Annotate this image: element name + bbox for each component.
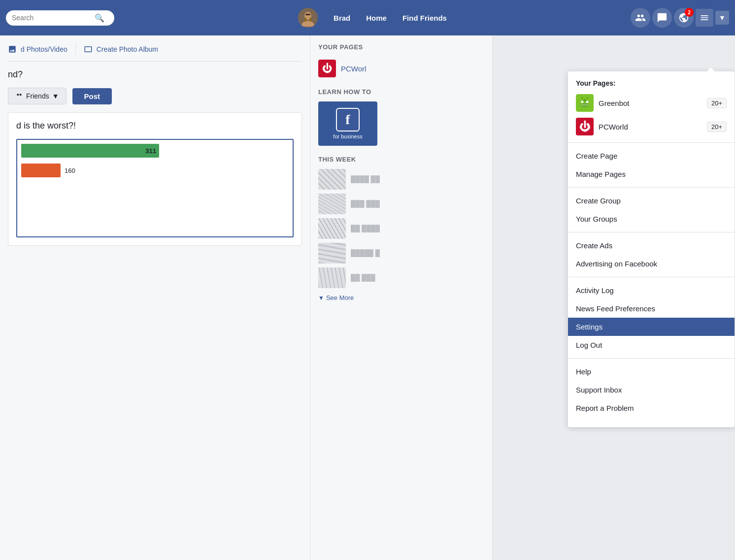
- pcworld-icon: ⏻: [576, 118, 594, 135]
- dropdown-logout[interactable]: Log Out: [568, 336, 735, 354]
- left-panel: d Photos/Video Create Photo Album nd? Fr…: [0, 35, 310, 560]
- week-item-5[interactable]: ██ ███: [318, 267, 484, 288]
- navbar: 🔍 Brad Home Find Friends: [0, 0, 735, 35]
- dropdown-settings-section: Activity Log News Feed Preferences Setti…: [568, 277, 735, 358]
- learn-section: Learn How to f for business: [318, 88, 484, 146]
- facebook-f-logo: f: [336, 108, 360, 132]
- svg-point-12: [587, 98, 588, 99]
- avatar[interactable]: [298, 8, 318, 28]
- dropdown-news-feed[interactable]: News Feed Preferences: [568, 299, 735, 318]
- week-thumb-4: [318, 243, 346, 264]
- dropdown-greenbot-item[interactable]: Greenbot 20+: [568, 91, 735, 115]
- friends-icon-btn[interactable]: [631, 8, 650, 28]
- dropdown-arrow-btn[interactable]: ▼: [715, 11, 729, 25]
- dropdown-help[interactable]: Help: [568, 362, 735, 381]
- dropdown-your-groups[interactable]: Your Groups: [568, 210, 735, 228]
- svg-point-11: [582, 98, 583, 99]
- dropdown-create-ads[interactable]: Create Ads: [568, 236, 735, 255]
- bar-green: 311: [21, 144, 159, 158]
- dropdown-menu: Your Pages: Greenbot 20+: [568, 71, 735, 428]
- main-content: d Photos/Video Create Photo Album nd? Fr…: [0, 35, 735, 560]
- dropdown-report-problem[interactable]: Report a Problem: [568, 399, 735, 417]
- svg-rect-10: [581, 103, 589, 106]
- post-card: d is the worst?! 311 160: [8, 112, 302, 246]
- week-thumb-1: [318, 169, 346, 190]
- svg-rect-4: [309, 18, 311, 22]
- chart-bar-row-1: 311: [21, 144, 289, 158]
- dropdown-pages-header: Your Pages:: [568, 77, 735, 91]
- svg-text:⏻: ⏻: [579, 120, 590, 133]
- bar-value-1: 311: [145, 147, 156, 155]
- svg-rect-5: [305, 14, 310, 15]
- week-thumb-5: [318, 267, 346, 288]
- week-thumb-3: [318, 218, 346, 239]
- week-item-3[interactable]: ██ ████: [318, 218, 484, 239]
- learn-section-title: Learn How to: [318, 88, 484, 96]
- pcworld-page-name: PCWorl: [341, 65, 366, 73]
- dropdown-pcworld-badge: 20+: [707, 122, 727, 132]
- dropdown-greenbot-name: Greenbot: [599, 99, 702, 107]
- week-text-2: ███ ███: [351, 200, 380, 208]
- dropdown-ads-section: Create Ads Advertising on Facebook: [568, 232, 735, 277]
- week-text-4: █████ █: [351, 249, 380, 258]
- week-thumb-2: [318, 194, 346, 214]
- page-item-pcworld[interactable]: ⏻ PCWorl: [318, 57, 484, 80]
- week-text-1: ████ ██: [351, 175, 380, 184]
- dropdown-advertising[interactable]: Advertising on Facebook: [568, 255, 735, 273]
- pages-section-title: YOUR PAGES: [318, 43, 484, 51]
- add-photos-item[interactable]: d Photos/Video: [8, 45, 67, 54]
- greenbot-icon: [576, 94, 594, 112]
- svg-rect-3: [304, 18, 306, 22]
- dropdown-create-page[interactable]: Create Page: [568, 147, 735, 165]
- post-question: nd?: [8, 69, 302, 80]
- week-text-5: ██ ███: [351, 274, 375, 282]
- nav-center: Brad Home Find Friends: [114, 8, 631, 28]
- create-album-item[interactable]: Create Photo Album: [84, 45, 158, 54]
- dropdown-activity-log[interactable]: Activity Log: [568, 281, 735, 299]
- dropdown-pcworld-item[interactable]: ⏻ PCWorld 20+: [568, 115, 735, 138]
- dropdown-greenbot-badge: 20+: [707, 98, 727, 108]
- week-item-1[interactable]: ████ ██: [318, 169, 484, 190]
- dropdown-manage-pages[interactable]: Manage Pages: [568, 165, 735, 183]
- action-bar-divider: [75, 43, 76, 55]
- dropdown-help-section: Help Support Inbox Report a Problem: [568, 358, 735, 421]
- fb-business-card[interactable]: f for business: [318, 101, 377, 146]
- dropdown-settings[interactable]: Settings: [568, 318, 735, 336]
- search-input[interactable]: [12, 14, 91, 22]
- svg-point-7: [581, 101, 584, 103]
- dropdown-support-inbox[interactable]: Support Inbox: [568, 381, 735, 399]
- dropdown-create-group[interactable]: Create Group: [568, 192, 735, 210]
- messages-icon-btn[interactable]: [652, 8, 672, 28]
- add-photos-label: d Photos/Video: [21, 45, 67, 53]
- this-week-title: This Week: [318, 156, 484, 163]
- week-item-4[interactable]: █████ █: [318, 243, 484, 264]
- dropdown-pcworld-name: PCWorld: [599, 123, 702, 131]
- settings-icon-btn[interactable]: [696, 9, 713, 27]
- nav-find-friends-link[interactable]: Find Friends: [402, 14, 447, 22]
- post-actions: Friends ▼ Post: [8, 88, 302, 104]
- post-title: d is the worst?!: [16, 121, 294, 131]
- globe-icon-btn[interactable]: 2: [674, 8, 694, 28]
- for-business-text: for business: [333, 133, 362, 139]
- week-item-2[interactable]: ███ ███: [318, 194, 484, 214]
- nav-username[interactable]: Brad: [334, 14, 350, 22]
- friends-dropdown-icon: ▼: [52, 92, 59, 100]
- nav-home-link[interactable]: Home: [366, 14, 387, 22]
- pcworld-icon-center: ⏻: [318, 60, 336, 77]
- dropdown-groups-section: Create Group Your Groups: [568, 187, 735, 232]
- dropdown-pages-section: Your Pages: Greenbot 20+: [568, 77, 735, 142]
- friends-btn-label: Friends: [26, 92, 49, 100]
- dropdown-arrow: [707, 67, 715, 71]
- week-items: ████ ██ ███ ███ ██ ████ █████ █ ██ ███: [318, 169, 484, 288]
- friends-button[interactable]: Friends ▼: [8, 88, 67, 104]
- search-icon: 🔍: [95, 13, 104, 23]
- center-panel: YOUR PAGES ⏻ PCWorl Learn How to f for b…: [310, 35, 493, 560]
- bar-orange: [21, 164, 61, 177]
- post-button[interactable]: Post: [72, 88, 112, 104]
- search-box[interactable]: 🔍: [6, 10, 114, 26]
- this-week-section: This Week ████ ██ ███ ███ ██ ████ █████ …: [318, 156, 484, 301]
- see-more-link[interactable]: ▼ See More: [318, 294, 484, 301]
- action-bar: d Photos/Video Create Photo Album: [8, 43, 302, 62]
- notification-badge: 2: [685, 8, 694, 17]
- svg-point-8: [586, 101, 589, 103]
